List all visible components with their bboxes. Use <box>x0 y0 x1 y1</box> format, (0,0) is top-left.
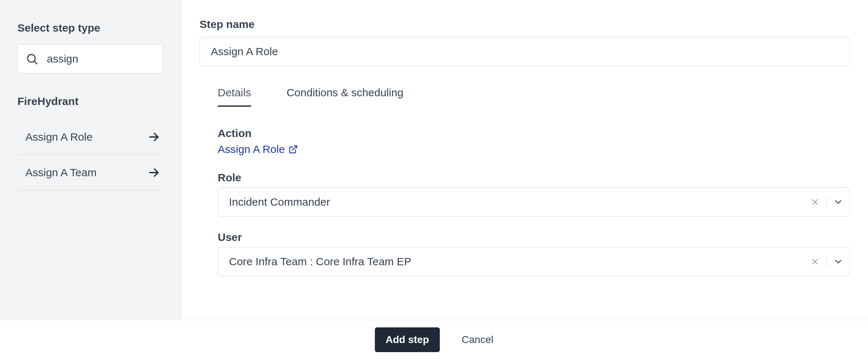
dialog-body: Select step type FireHydrant Assign A Ro… <box>0 0 868 320</box>
user-select-controls <box>810 256 843 267</box>
tab-conditions-scheduling[interactable]: Conditions & scheduling <box>287 86 404 107</box>
arrow-right-icon <box>148 166 160 179</box>
role-select-controls <box>810 196 843 208</box>
role-select-value: Incident Commander <box>229 196 330 208</box>
select-divider <box>826 256 827 267</box>
search-wrap <box>17 44 163 73</box>
user-select-wrap: Core Infra Team : Core Infra Team EP <box>218 247 850 276</box>
sidebar-item-label: Assign A Team <box>25 166 97 179</box>
details-content: Action Assign A Role Role Incident Comma… <box>200 127 850 276</box>
sidebar: Select step type FireHydrant Assign A Ro… <box>0 0 181 320</box>
search-input[interactable] <box>17 44 163 73</box>
chevron-down-icon[interactable] <box>833 257 843 267</box>
sidebar-item-label: Assign A Role <box>25 131 93 143</box>
clear-icon[interactable] <box>810 197 820 207</box>
tab-details[interactable]: Details <box>218 86 251 107</box>
svg-line-1 <box>34 61 37 64</box>
external-link-icon <box>288 145 298 154</box>
clear-icon[interactable] <box>810 257 820 266</box>
svg-line-4 <box>292 146 297 150</box>
role-select-wrap: Incident Commander <box>218 187 850 217</box>
action-link-text: Assign A Role <box>218 143 285 156</box>
sidebar-heading: Select step type <box>17 22 163 34</box>
user-label: User <box>218 231 850 243</box>
sidebar-list: Assign A Role Assign A Team <box>17 119 163 190</box>
add-step-button[interactable]: Add step <box>375 327 440 352</box>
tabs: Details Conditions & scheduling <box>200 86 850 107</box>
user-select-value: Core Infra Team : Core Infra Team EP <box>229 255 411 268</box>
sidebar-item-assign-a-team[interactable]: Assign A Team <box>17 155 163 190</box>
action-link[interactable]: Assign A Role <box>218 143 298 156</box>
footer: Add step Cancel <box>0 320 868 359</box>
step-name-label: Step name <box>200 18 850 31</box>
role-select[interactable]: Incident Commander <box>218 187 850 217</box>
action-label: Action <box>218 127 850 140</box>
arrow-right-icon <box>148 131 160 143</box>
sidebar-group-title: FireHydrant <box>17 95 163 108</box>
select-divider <box>826 196 827 208</box>
user-select[interactable]: Core Infra Team : Core Infra Team EP <box>218 247 850 276</box>
role-label: Role <box>218 172 850 184</box>
step-name-input[interactable] <box>200 37 850 66</box>
search-icon <box>25 52 38 65</box>
main-panel: Step name Details Conditions & schedulin… <box>181 0 868 320</box>
cancel-button[interactable]: Cancel <box>462 334 493 346</box>
sidebar-item-assign-a-role[interactable]: Assign A Role <box>17 119 163 155</box>
chevron-down-icon[interactable] <box>833 197 843 207</box>
